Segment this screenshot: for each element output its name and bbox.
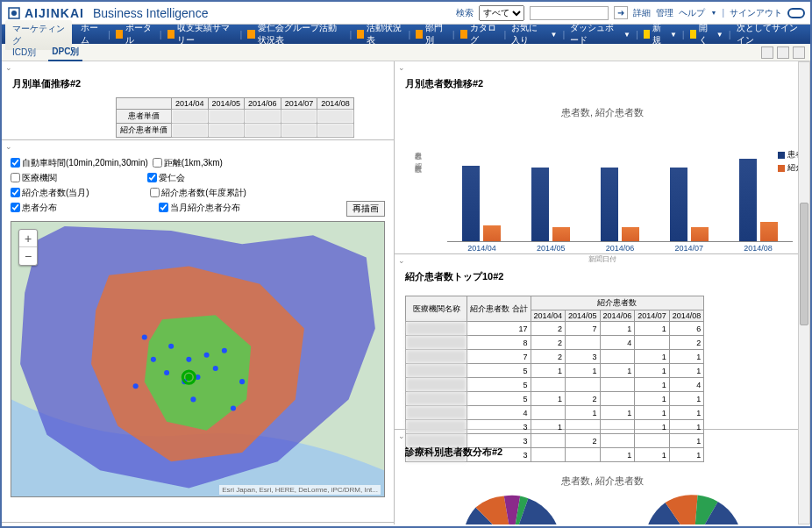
svg-point-15 xyxy=(133,383,139,389)
nav-item-1[interactable]: ポータル xyxy=(110,22,160,46)
nav-item-6[interactable]: カタログ xyxy=(455,22,504,46)
nav-item-8[interactable]: ダッシュボード▼ xyxy=(565,22,636,46)
tab-tool-2[interactable] xyxy=(777,46,789,59)
y-axis-label: 患者数と紹介患者数 xyxy=(412,146,422,161)
x-axis-labels: 2014/042014/052014/062014/072014/08 xyxy=(447,244,793,253)
svg-point-13 xyxy=(142,335,147,340)
map-controls: 自動車時間(10min,20min,30min) 距離(1km,3km) 医療機… xyxy=(2,140,394,221)
svg-point-11 xyxy=(151,357,156,362)
svg-point-8 xyxy=(213,366,218,371)
chk-referral-dist[interactable]: 当月紹介患者分布 xyxy=(159,201,240,214)
panel-collapse-icon[interactable]: ⌄ xyxy=(5,142,12,151)
chk-aijinkai[interactable]: 愛仁会 xyxy=(147,171,185,184)
pie-1 xyxy=(455,491,569,524)
logo-icon xyxy=(7,6,21,20)
oracle-icon xyxy=(787,8,805,18)
search-go-icon[interactable]: ➜ xyxy=(614,6,628,19)
panel-collapse-icon[interactable]: ⌄ xyxy=(398,256,405,265)
chk-patient-dist[interactable]: 患者分布 xyxy=(11,201,57,214)
panel-collapse-icon[interactable]: ⌄ xyxy=(398,432,405,440)
nav-item-4[interactable]: 活動状況表 xyxy=(352,22,408,46)
navbar: マーケティング ホーム|ポータル|収支実績サマリー|愛仁会グループ活動状況表|活… xyxy=(2,25,810,44)
chk-referral-ytd[interactable]: 紹介患者数(年度累計) xyxy=(150,186,246,199)
svg-point-10 xyxy=(222,348,227,353)
nav-item-7[interactable]: お気に入り▼ xyxy=(506,22,562,46)
panel-title: 診療科別患者数分布#2 xyxy=(395,430,810,466)
svg-point-4 xyxy=(186,357,191,362)
svg-point-9 xyxy=(164,370,169,375)
svg-point-3 xyxy=(168,344,174,349)
right-column: ⌄ 月別患者数推移#2 患者数, 紹介患者数 患者数と紹介患者数 2014/04… xyxy=(395,61,810,524)
pie-title: 患者数, 紹介患者数 xyxy=(395,466,810,488)
chk-referral-month[interactable]: 紹介患者数(当月) xyxy=(11,186,89,199)
chk-drive-time[interactable]: 自動車時間(10min,20min,30min) xyxy=(11,156,148,169)
map-svg xyxy=(11,222,384,497)
panel-title: 月別患者数推移#2 xyxy=(395,61,810,97)
nav-item-5[interactable]: 部門別 xyxy=(410,22,452,46)
panel-collapse-icon[interactable]: ⌄ xyxy=(398,63,405,72)
nav-item-3[interactable]: 愛仁会グループ活動状況表 xyxy=(242,22,349,46)
top-right: 検索 すべて ➜ 詳細 管理 ヘルプ▼ | サインアウト xyxy=(456,5,805,21)
link-detail[interactable]: 詳細 xyxy=(633,7,651,19)
logo: AIJINKAI xyxy=(7,6,84,20)
svg-point-5 xyxy=(204,353,210,358)
scrollbar-thumb[interactable] xyxy=(800,203,808,325)
svg-point-16 xyxy=(231,405,236,410)
chart-title: 患者数, 紹介患者数 xyxy=(395,97,810,119)
link-help[interactable]: ヘルプ xyxy=(679,7,705,19)
map-zoom: + − xyxy=(18,229,38,266)
zoom-in-button[interactable]: + xyxy=(19,230,37,247)
panel-dept-pie: ⌄ 診療科別患者数分布#2 患者数, 紹介患者数 xyxy=(395,430,810,524)
link-signout[interactable]: サインアウト xyxy=(730,7,782,19)
svg-point-14 xyxy=(239,379,245,384)
scrollbar[interactable] xyxy=(798,61,810,524)
panel-title: 紹介患者数トップ10#2 xyxy=(395,254,810,290)
brand-text: Business Intelligence xyxy=(93,6,209,20)
search-label: 検索 xyxy=(456,7,474,19)
left-column: ⌄ 月別単価推移#2 2014/042014/052014/062014/072… xyxy=(2,61,395,524)
tab-tool-3[interactable] xyxy=(793,46,805,59)
svg-point-1 xyxy=(11,11,17,16)
subtabs: ICD別 DPC別 xyxy=(2,44,810,61)
zoom-out-button[interactable]: − xyxy=(19,247,37,265)
nav-item-9[interactable]: 新規▼ xyxy=(638,22,682,46)
panel-title: 月別単価推移#2 xyxy=(2,61,394,97)
link-admin[interactable]: 管理 xyxy=(656,7,673,19)
map-attribution: Esri Japan, Esri, HERE, DeLorme, iPC/DRM… xyxy=(219,485,381,495)
tab-dpc[interactable]: DPC別 xyxy=(48,44,82,61)
tab-tool-1[interactable] xyxy=(761,46,773,59)
panel-patient-chart: ⌄ 月別患者数推移#2 患者数, 紹介患者数 患者数と紹介患者数 2014/04… xyxy=(395,61,810,254)
nav-item-10[interactable]: 開く▼ xyxy=(685,22,729,46)
pie-charts xyxy=(395,488,810,524)
panel-map: ⌄ 自動車時間(10min,20min,30min) 距離(1km,3km) 医… xyxy=(2,140,394,523)
redraw-button[interactable]: 再描画 xyxy=(346,201,385,217)
search-scope-select[interactable]: すべて xyxy=(479,5,524,21)
svg-point-12 xyxy=(190,396,196,402)
panel-price-trend: ⌄ 月別単価推移#2 2014/042014/052014/062014/072… xyxy=(2,61,394,140)
chk-hospitals[interactable]: 医療機関 xyxy=(11,171,57,184)
nav-item-11[interactable]: 次としてサインイン xyxy=(731,22,807,46)
panel-top10: ⌄ 紹介患者数トップ10#2 医療機関名称紹介患者数 合計紹介患者数2014/0… xyxy=(395,254,810,430)
map-canvas[interactable]: + − Esri Japan, Esri, HERE, DeLorme, iPC… xyxy=(11,221,385,497)
price-table: 2014/042014/052014/062014/072014/08 患者単価… xyxy=(116,97,354,138)
content: ⌄ 月別単価推移#2 2014/042014/052014/062014/072… xyxy=(2,61,810,524)
svg-point-18 xyxy=(185,374,192,381)
chk-distance[interactable]: 距離(1km,3km) xyxy=(153,156,223,169)
bar-chart: 患者数と紹介患者数 xyxy=(447,128,793,242)
pie-2 xyxy=(637,491,751,524)
nav-item-2[interactable]: 収支実績サマリー xyxy=(162,22,240,46)
search-input[interactable] xyxy=(530,6,609,20)
tab-icd[interactable]: ICD別 xyxy=(9,45,39,61)
panel-collapse-icon[interactable]: ⌄ xyxy=(5,63,12,72)
